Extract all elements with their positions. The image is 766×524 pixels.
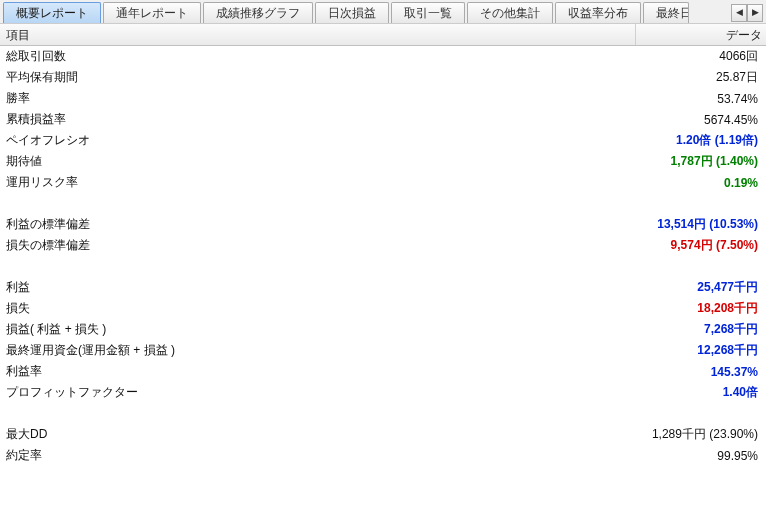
row-value: 7,268千円 <box>636 321 766 338</box>
table-row[interactable]: 最大DD1,289千円 (23.90%) <box>0 424 766 445</box>
row-value: 99.95% <box>636 449 766 463</box>
row-value: 1.20倍 (1.19倍) <box>636 132 766 149</box>
row-label: 総取引回数 <box>0 48 636 65</box>
row-value: 1,787円 (1.40%) <box>636 153 766 170</box>
tab-scroll-arrows: ◀ ▶ <box>731 2 763 23</box>
tab-1[interactable]: 通年レポート <box>103 2 201 23</box>
row-value: 0.19% <box>636 176 766 190</box>
table-row[interactable]: 約定率99.95% <box>0 445 766 466</box>
row-value: 5674.45% <box>636 113 766 127</box>
row-value: 13,514円 (10.53%) <box>636 216 766 233</box>
row-label: 勝率 <box>0 90 636 107</box>
tab-3[interactable]: 日次損益 <box>315 2 389 23</box>
tab-scroll-left-button[interactable]: ◀ <box>731 4 747 22</box>
tab-7[interactable]: 最終日： <box>643 2 689 23</box>
row-label: 平均保有期間 <box>0 69 636 86</box>
row-value: 1.40倍 <box>636 384 766 401</box>
row-value: 25.87日 <box>636 69 766 86</box>
blank-row <box>0 193 766 214</box>
table-row[interactable]: 累積損益率5674.45% <box>0 109 766 130</box>
row-label: 利益の標準偏差 <box>0 216 636 233</box>
table-row[interactable]: プロフィットファクター1.40倍 <box>0 382 766 403</box>
row-label: 約定率 <box>0 447 636 464</box>
row-value: 4066回 <box>636 48 766 65</box>
tab-bar: 概要レポート通年レポート成績推移グラフ日次損益取引一覧その他集計収益率分布最終日… <box>0 0 766 24</box>
blank-row <box>0 256 766 277</box>
table-row[interactable]: 利益率145.37% <box>0 361 766 382</box>
tab-0[interactable]: 概要レポート <box>3 2 101 23</box>
table-row[interactable]: 利益25,477千円 <box>0 277 766 298</box>
blank-row <box>0 403 766 424</box>
row-label: 損失の標準偏差 <box>0 237 636 254</box>
row-value: 18,208千円 <box>636 300 766 317</box>
row-label: 利益率 <box>0 363 636 380</box>
row-value: 145.37% <box>636 365 766 379</box>
column-header-data[interactable]: データ <box>636 24 766 45</box>
table-row[interactable]: 損失18,208千円 <box>0 298 766 319</box>
tab-scroll-right-button[interactable]: ▶ <box>747 4 763 22</box>
row-label: 期待値 <box>0 153 636 170</box>
tab-6[interactable]: 収益率分布 <box>555 2 641 23</box>
tab-5[interactable]: その他集計 <box>467 2 553 23</box>
row-label: 最大DD <box>0 426 636 443</box>
row-value: 12,268千円 <box>636 342 766 359</box>
table-row[interactable]: 損益( 利益 + 損失 )7,268千円 <box>0 319 766 340</box>
row-label: 累積損益率 <box>0 111 636 128</box>
row-label: 運用リスク率 <box>0 174 636 191</box>
row-label: ペイオフレシオ <box>0 132 636 149</box>
row-value: 25,477千円 <box>636 279 766 296</box>
grid-header: 項目 データ <box>0 24 766 46</box>
column-header-item[interactable]: 項目 <box>0 24 636 45</box>
table-row[interactable]: ペイオフレシオ1.20倍 (1.19倍) <box>0 130 766 151</box>
row-label: 最終運用資金(運用金額 + 損益 ) <box>0 342 636 359</box>
table-row[interactable]: 利益の標準偏差13,514円 (10.53%) <box>0 214 766 235</box>
row-label: 利益 <box>0 279 636 296</box>
table-row[interactable]: 最終運用資金(運用金額 + 損益 )12,268千円 <box>0 340 766 361</box>
grid-body: 総取引回数4066回平均保有期間25.87日勝率53.74%累積損益率5674.… <box>0 46 766 466</box>
table-row[interactable]: 総取引回数4066回 <box>0 46 766 67</box>
table-row[interactable]: 平均保有期間25.87日 <box>0 67 766 88</box>
table-row[interactable]: 期待値1,787円 (1.40%) <box>0 151 766 172</box>
row-label: プロフィットファクター <box>0 384 636 401</box>
row-value: 1,289千円 (23.90%) <box>636 426 766 443</box>
table-row[interactable]: 勝率53.74% <box>0 88 766 109</box>
table-row[interactable]: 損失の標準偏差9,574円 (7.50%) <box>0 235 766 256</box>
table-row[interactable]: 運用リスク率0.19% <box>0 172 766 193</box>
tab-2[interactable]: 成績推移グラフ <box>203 2 313 23</box>
row-value: 53.74% <box>636 92 766 106</box>
report-grid: 項目 データ 総取引回数4066回平均保有期間25.87日勝率53.74%累積損… <box>0 24 766 466</box>
row-value: 9,574円 (7.50%) <box>636 237 766 254</box>
row-label: 損失 <box>0 300 636 317</box>
row-label: 損益( 利益 + 損失 ) <box>0 321 636 338</box>
tab-4[interactable]: 取引一覧 <box>391 2 465 23</box>
